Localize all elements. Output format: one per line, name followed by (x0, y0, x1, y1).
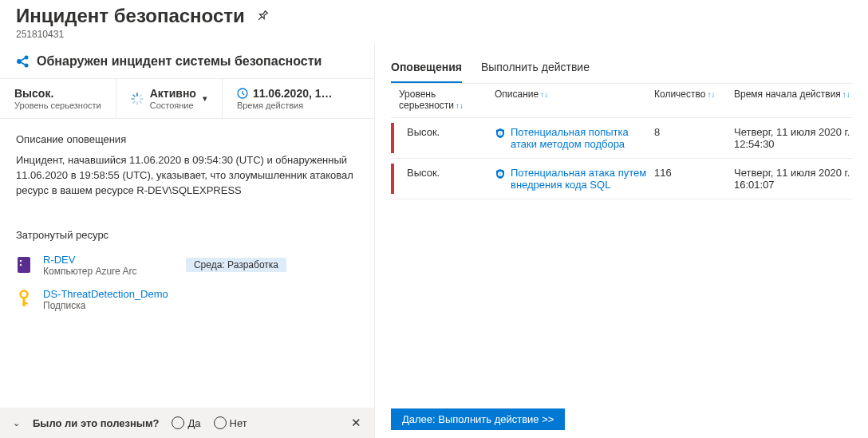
severity-bar (391, 164, 394, 194)
incident-id: 251810431 (16, 29, 852, 40)
alert-count: 8 (654, 126, 734, 150)
clock-icon (237, 88, 248, 99)
col-count[interactable]: Количество↑↓ (654, 89, 734, 111)
severity-cell: Высок. Уровень серьезности (0, 79, 116, 118)
alert-count: 116 (654, 167, 734, 191)
svg-line-7 (133, 95, 135, 97)
environment-pill: Среда: Разработка (186, 258, 286, 272)
time-value: 11.06.2020, 1… (253, 87, 333, 100)
svg-line-10 (140, 95, 141, 97)
sort-icon[interactable]: ↑↓ (454, 101, 464, 110)
tab-action[interactable]: Выполнить действие (481, 54, 590, 83)
svg-rect-12 (18, 257, 30, 273)
pin-icon[interactable] (253, 7, 271, 26)
alert-desc-body: Инцидент, начавшийся 11.06.2020 в 09:54:… (16, 153, 358, 199)
page-header: Инцидент безопасности 251810431 (0, 0, 868, 43)
alert-desc-heading: Описание оповещения (16, 133, 358, 145)
status-row: Высок. Уровень серьезности Активно Состо… (0, 79, 374, 119)
server-icon (16, 254, 32, 276)
alert-time: Четверг, 11 июля 2020 г. 12:54:30 (734, 126, 852, 150)
resource-name[interactable]: DS-ThreatDetection_Demo (43, 288, 168, 300)
feedback-yes-radio[interactable]: Да (172, 416, 200, 429)
sort-icon[interactable]: ↑↓ (705, 90, 715, 99)
alert-time: Четверг, 11 июля 2020 г. 16:01:07 (734, 167, 852, 191)
svg-point-14 (20, 264, 22, 266)
shield-icon: i (495, 128, 506, 139)
resource-name[interactable]: R-DEV (43, 254, 136, 266)
col-start-time[interactable]: Время начала действия↑↓ (734, 89, 852, 111)
svg-point-15 (21, 291, 28, 298)
severity-value: Высок. (14, 87, 101, 100)
spinner-icon (131, 93, 144, 105)
col-severity[interactable]: Уровень серьезности↑↓ (399, 89, 495, 111)
alert-row[interactable]: Высок. i Потенциальная атака путем внедр… (391, 159, 852, 199)
tabs: Оповещения Выполнить действие (391, 54, 852, 84)
alerts-table-head: Уровень серьезности↑↓ Описание↑↓ Количес… (391, 84, 852, 118)
tab-alerts[interactable]: Оповещения (391, 54, 462, 83)
severity-label: Уровень серьезности (14, 101, 101, 110)
alert-description-section: Описание оповещения Инцидент, начавшийся… (0, 119, 374, 199)
alert-row[interactable]: Высок. i Потенциальная попытка атаки мет… (391, 118, 852, 159)
alert-description[interactable]: i Потенциальная атака путем внедрения ко… (495, 167, 654, 191)
affected-heading: Затронутый ресурс (16, 229, 358, 241)
affected-resource-section: Затронутый ресурс R-DEV Компьютер Azure … (0, 215, 374, 322)
shield-icon: i (495, 168, 506, 180)
time-cell: 11.06.2020, 1… Время действия (223, 79, 374, 118)
svg-rect-17 (23, 302, 28, 305)
alert-description[interactable]: i Потенциальная попытка атаки методом по… (495, 126, 654, 150)
close-icon[interactable]: ✕ (351, 416, 361, 430)
incident-icon (16, 54, 30, 69)
key-icon (16, 288, 32, 310)
page-title: Инцидент безопасности (16, 5, 245, 27)
resource-type: Подписка (43, 300, 168, 311)
svg-point-1 (25, 56, 29, 60)
alerts-list: Высок. i Потенциальная попытка атаки мет… (391, 118, 852, 199)
svg-line-9 (133, 101, 135, 103)
resource-item[interactable]: DS-ThreatDetection_Demo Подписка (16, 288, 358, 311)
svg-line-8 (140, 101, 141, 103)
sort-icon[interactable]: ↑↓ (841, 90, 850, 99)
state-label: Состояние (150, 101, 196, 110)
sort-icon[interactable]: ↑↓ (539, 90, 548, 99)
svg-point-13 (20, 260, 22, 262)
col-description[interactable]: Описание↑↓ (495, 89, 654, 111)
state-cell[interactable]: Активно Состояние ▾ (116, 79, 223, 118)
svg-point-0 (17, 59, 22, 64)
incident-banner: Обнаружен инцидент системы безопасности (0, 43, 374, 79)
chevron-down-icon[interactable]: ⌄ (13, 418, 20, 428)
left-panel: Обнаружен инцидент системы безопасности … (0, 43, 375, 438)
resource-type: Компьютер Azure Arc (43, 266, 136, 277)
feedback-question: Было ли это полезным? (33, 417, 159, 429)
chevron-down-icon[interactable]: ▾ (203, 93, 207, 104)
incident-banner-text: Обнаружен инцидент системы безопасности (37, 54, 322, 69)
right-panel: Оповещения Выполнить действие Уровень се… (375, 43, 868, 438)
state-value: Активно (150, 87, 196, 100)
feedback-bar: ⌄ Было ли это полезным? Да Нет ✕ (0, 408, 374, 438)
next-action-button[interactable]: Далее: Выполнить действие >> (391, 408, 565, 430)
feedback-no-radio[interactable]: Нет (214, 416, 247, 429)
alert-severity: Высок. (399, 167, 495, 191)
resource-item[interactable]: R-DEV Компьютер Azure Arc Среда: Разрабо… (16, 254, 358, 277)
svg-point-2 (25, 64, 29, 68)
alert-severity: Высок. (399, 126, 495, 150)
severity-bar (391, 123, 394, 153)
time-label: Время действия (237, 101, 360, 110)
svg-rect-16 (23, 298, 26, 306)
